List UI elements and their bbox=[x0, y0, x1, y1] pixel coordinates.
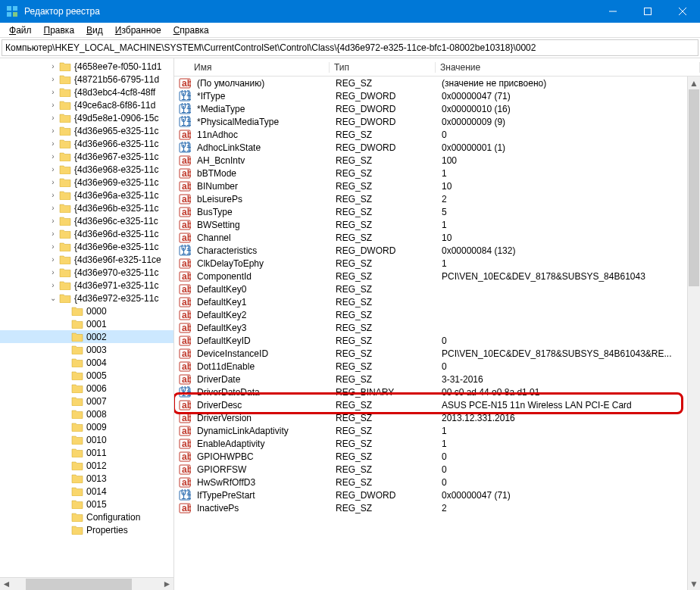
list-row[interactable]: abDriverVersionREG_SZ2013.12.331.2016 bbox=[174, 411, 700, 424]
maximize-button[interactable] bbox=[630, 0, 665, 23]
tree-item[interactable]: 0007 bbox=[0, 395, 173, 407]
tree-item[interactable]: 0004 bbox=[0, 356, 173, 369]
tree-item[interactable]: 0014 bbox=[0, 485, 173, 498]
list-row[interactable]: abDefaultKeyIDREG_SZ0 bbox=[174, 334, 700, 347]
list-row[interactable]: abInactivePsREG_SZ2 bbox=[174, 501, 700, 514]
list-row[interactable]: abDot11dEnableREG_SZ0 bbox=[174, 360, 700, 373]
tree-item[interactable]: 0003 bbox=[0, 343, 173, 356]
tree-item[interactable]: Configuration bbox=[0, 510, 173, 523]
tree-item[interactable]: ›{4d36e965-e325-11c bbox=[0, 124, 173, 137]
list-row[interactable]: 011110*PhysicalMediaTypeREG_DWORD0x00000… bbox=[174, 115, 700, 128]
expander-icon[interactable]: ⌄ bbox=[48, 294, 58, 302]
scroll-thumb[interactable] bbox=[26, 579, 132, 590]
list-vertical-scrollbar[interactable]: ▲ ▼ bbox=[687, 76, 700, 590]
tree-item[interactable]: ⌄{4d36e972-e325-11c bbox=[0, 292, 173, 304]
expander-icon[interactable]: › bbox=[48, 139, 58, 148]
tree-item[interactable]: ›{4d36e967-e325-11c bbox=[0, 150, 173, 163]
tree-item[interactable]: ›{4d36e969-e325-11c bbox=[0, 176, 173, 189]
list-row[interactable]: abBINumberREG_SZ10 bbox=[174, 179, 700, 192]
list-row[interactable]: abDriverDateREG_SZ3-31-2016 bbox=[174, 373, 700, 386]
expander-icon[interactable] bbox=[61, 500, 70, 508]
expander-icon[interactable]: › bbox=[48, 268, 58, 276]
scroll-thumb[interactable] bbox=[689, 89, 699, 286]
list-row[interactable]: abHwSwRfOffD3REG_SZ0 bbox=[174, 476, 700, 489]
expander-icon[interactable] bbox=[61, 461, 70, 470]
list-row[interactable]: ab(По умолчанию)REG_SZ(значение не присв… bbox=[174, 76, 700, 89]
column-name[interactable]: Имя bbox=[174, 62, 330, 73]
tree-item[interactable]: ›{48721b56-6795-11d bbox=[0, 73, 173, 86]
tree-item[interactable]: ›{4d36e96b-e325-11c bbox=[0, 201, 173, 214]
minimize-button[interactable] bbox=[595, 0, 630, 23]
tree-horizontal-scrollbar[interactable]: ◄ ► bbox=[0, 577, 173, 590]
list-row[interactable]: abBusTypeREG_SZ5 bbox=[174, 205, 700, 218]
expander-icon[interactable] bbox=[61, 332, 70, 341]
list-row[interactable]: 011110AdhocLinkStateREG_DWORD0x00000001 … bbox=[174, 141, 700, 154]
list-row[interactable]: 011110IfTypePreStartREG_DWORD0x00000047 … bbox=[174, 489, 700, 501]
tree-item[interactable]: 0009 bbox=[0, 420, 173, 433]
expander-icon[interactable] bbox=[61, 307, 70, 315]
expander-icon[interactable] bbox=[61, 526, 70, 534]
tree-item[interactable]: ›{49d5e8e1-0906-15c bbox=[0, 111, 173, 124]
expander-icon[interactable]: › bbox=[48, 62, 58, 70]
tree-item[interactable]: 0005 bbox=[0, 369, 173, 382]
column-type[interactable]: Тип bbox=[330, 62, 436, 73]
list-row[interactable]: 011110CharacteristicsREG_DWORD0x00000084… bbox=[174, 244, 700, 257]
list-row[interactable]: 011110*IfTypeREG_DWORD0x00000047 (71) bbox=[174, 89, 700, 102]
expander-icon[interactable]: › bbox=[48, 126, 58, 135]
tree-item[interactable]: 0006 bbox=[0, 382, 173, 395]
list-row[interactable]: abGPIOHWPBCREG_SZ0 bbox=[174, 450, 700, 463]
expander-icon[interactable] bbox=[61, 371, 70, 379]
tree-item[interactable]: Properties bbox=[0, 523, 173, 536]
tree-item[interactable]: ›{4d36e96d-e325-11c bbox=[0, 227, 173, 240]
expander-icon[interactable]: › bbox=[48, 75, 58, 83]
tree-item[interactable]: 0008 bbox=[0, 407, 173, 420]
list-row[interactable]: 011110DriverDateDataREG_BINARY00 c0 ad 4… bbox=[174, 386, 700, 398]
address-bar[interactable]: Компьютер\HKEY_LOCAL_MACHINE\SYSTEM\Curr… bbox=[2, 39, 698, 56]
tree-item[interactable]: 0012 bbox=[0, 459, 173, 472]
expander-icon[interactable] bbox=[61, 397, 70, 405]
tree-item[interactable]: ›{4d36e96a-e325-11c bbox=[0, 189, 173, 201]
tree-item[interactable]: 0001 bbox=[0, 317, 173, 330]
expander-icon[interactable]: › bbox=[48, 242, 58, 251]
list-row[interactable]: abDefaultKey0REG_SZ bbox=[174, 283, 700, 295]
expander-icon[interactable]: › bbox=[48, 178, 58, 186]
expander-icon[interactable] bbox=[61, 435, 70, 444]
list-row[interactable]: abGPIORFSWREG_SZ0 bbox=[174, 463, 700, 476]
expander-icon[interactable] bbox=[61, 423, 70, 431]
expander-icon[interactable] bbox=[61, 410, 70, 418]
tree-item[interactable]: ›{4658ee7e-f050-11d1 bbox=[0, 60, 173, 73]
tree-item[interactable]: ›{48d3ebc4-4cf8-48ff bbox=[0, 86, 173, 98]
tree-item[interactable]: 0002 bbox=[0, 330, 173, 343]
scroll-up-icon[interactable]: ▲ bbox=[688, 76, 700, 89]
tree-item[interactable]: ›{4d36e970-e325-11c bbox=[0, 266, 173, 279]
list-row[interactable]: abChannelREG_SZ10 bbox=[174, 231, 700, 244]
scroll-down-icon[interactable]: ▼ bbox=[688, 577, 700, 590]
list-row[interactable]: abEnableAdaptivityREG_SZ1 bbox=[174, 437, 700, 450]
menu-edit[interactable]: Правка bbox=[38, 23, 81, 37]
expander-icon[interactable]: › bbox=[48, 229, 58, 238]
expander-icon[interactable]: › bbox=[48, 281, 58, 289]
list-row[interactable]: abComponentIdREG_SZPCI\VEN_10EC&DEV_8178… bbox=[174, 270, 700, 283]
list-row[interactable]: abDeviceInstanceIDREG_SZPCI\VEN_10EC&DEV… bbox=[174, 347, 700, 360]
list-row[interactable]: abBWSettingREG_SZ1 bbox=[174, 218, 700, 231]
tree-item[interactable]: ›{4d36e96f-e325-11ce bbox=[0, 253, 173, 266]
tree-item[interactable]: ›{4d36e96e-e325-11c bbox=[0, 240, 173, 253]
scroll-right-icon[interactable]: ► bbox=[161, 578, 173, 591]
expander-icon[interactable]: › bbox=[48, 191, 58, 199]
tree-item[interactable]: ›{4d36e96c-e325-11c bbox=[0, 214, 173, 227]
expander-icon[interactable]: › bbox=[48, 165, 58, 173]
tree-item[interactable]: ›{4d36e971-e325-11c bbox=[0, 279, 173, 292]
expander-icon[interactable]: › bbox=[48, 101, 58, 109]
menu-file[interactable]: Файл bbox=[3, 23, 38, 37]
tree-item[interactable]: 0000 bbox=[0, 304, 173, 317]
expander-icon[interactable] bbox=[61, 487, 70, 495]
list-row[interactable]: abDefaultKey3REG_SZ bbox=[174, 321, 700, 334]
expander-icon[interactable] bbox=[61, 384, 70, 392]
expander-icon[interactable] bbox=[61, 474, 70, 482]
list-row[interactable]: abDriverDescREG_SZASUS PCE-N15 11n Wirel… bbox=[174, 398, 700, 411]
list-row[interactable]: abAH_BcnIntvREG_SZ100 bbox=[174, 154, 700, 167]
tree-item[interactable]: 0013 bbox=[0, 472, 173, 485]
list-row[interactable]: abDefaultKey1REG_SZ bbox=[174, 295, 700, 308]
list-row[interactable]: abbLeisurePsREG_SZ2 bbox=[174, 192, 700, 205]
expander-icon[interactable]: › bbox=[48, 88, 58, 96]
